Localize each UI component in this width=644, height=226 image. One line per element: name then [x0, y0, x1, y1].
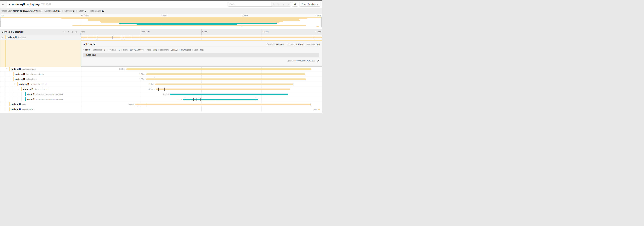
- axis-tick-label: 2.09ms: [262, 31, 268, 33]
- span-detail-title: sql query: [83, 43, 95, 46]
- span-duration-label: 1.6ms: [81, 82, 154, 87]
- span-row: ∨node sql1dist sender send1.56ms: [0, 87, 322, 92]
- span-bar[interactable]: [155, 84, 293, 85]
- copy-link-icon[interactable]: [317, 60, 320, 62]
- equals-sign: =: [198, 49, 200, 51]
- prev-result-icon[interactable]: ∧: [276, 2, 281, 7]
- expander-chevron-down-icon[interactable]: ∨: [6, 68, 8, 70]
- indent-guide: [5, 107, 5, 112]
- service-name: node 1: [28, 93, 34, 95]
- span-name-text: node 1/cockroach.roachpb.Internal/Batch: [28, 92, 64, 97]
- span-name-text: node sql1batch flow coordinator: [15, 72, 44, 77]
- span-bar[interactable]: [81, 37, 322, 38]
- operation-name: /cockroach.roachpb.Internal/Batch: [36, 98, 63, 100]
- span-name-cell[interactable]: node 1/cockroach.roachpb.Internal/Batch: [0, 92, 81, 97]
- tag-item[interactable]: node=sql1: [147, 49, 157, 51]
- clear-find-icon[interactable]: ✕: [286, 2, 291, 7]
- span-bar-cell[interactable]: 1.6ms: [81, 82, 322, 87]
- tag-key: _verbose: [108, 49, 116, 51]
- collapse-trace-chevron-icon[interactable]: [8, 3, 11, 6]
- equals-sign: =: [152, 49, 153, 51]
- service-name: node sql1: [7, 36, 17, 39]
- span-name-cell[interactable]: node sql1batch flow coordinator: [0, 72, 81, 77]
- service-color-bar: [13, 72, 14, 76]
- span-name-cell[interactable]: node sql1commit sql txn: [0, 107, 81, 112]
- span-bar[interactable]: [146, 73, 305, 75]
- span-name-cell[interactable]: node sql1flow: [0, 102, 81, 107]
- divider: [107, 49, 107, 51]
- expand-one-icon[interactable]: [68, 31, 70, 33]
- indent-guide: [1, 102, 1, 107]
- timeline-axis-header: 0μs697.75μs1.4ms2.09ms2.79ms: [81, 29, 322, 35]
- span-name-text: node sql1sql query: [7, 35, 26, 40]
- span-duration-label: 2.04ms: [81, 102, 134, 107]
- tag-item[interactable]: _unfinished=1: [92, 49, 105, 51]
- tag-value: 127.0.0.1:59936: [130, 49, 144, 51]
- span-bar[interactable]: [170, 94, 288, 95]
- indent-guide: [21, 97, 22, 102]
- span-bar[interactable]: [183, 99, 258, 100]
- span-bar-cell[interactable]: 1.37ms: [81, 92, 322, 97]
- summary-value-fraction: .326: [37, 10, 41, 12]
- tag-item[interactable]: user=root: [194, 49, 204, 51]
- trace-view-label: Trace Timeline: [302, 3, 316, 6]
- span-name-cell[interactable]: node 1/cockroach.roachpb.Internal/Batch: [0, 97, 81, 102]
- span-bar[interactable]: [146, 78, 306, 80]
- span-bar-cell[interactable]: 2.04ms: [81, 102, 322, 107]
- operation-name: flow: [22, 103, 26, 105]
- span-bar-cell[interactable]: 2.14ms: [81, 67, 322, 72]
- tag-item[interactable]: _verbose=1: [108, 49, 120, 51]
- span-bar-cell[interactable]: 1.56ms: [81, 87, 322, 92]
- service-name: node sql1: [11, 108, 21, 111]
- operation-name: sql query: [18, 36, 26, 38]
- back-arrow-icon: ←: [2, 3, 5, 6]
- log-tick: [98, 36, 98, 39]
- expander-chevron-down-icon[interactable]: ∨: [10, 78, 12, 80]
- span-duration-label: 1.37ms: [81, 92, 169, 97]
- span-name-cell[interactable]: ∨node sql1colbatchscan: [0, 77, 81, 82]
- operation-name: batch flow coordinator: [26, 73, 44, 75]
- span-bar[interactable]: [126, 68, 312, 70]
- summary-label: Depth: [78, 10, 84, 12]
- expander-chevron-down-icon[interactable]: ∨: [14, 83, 16, 85]
- span-bar-cell[interactable]: [81, 35, 322, 40]
- span-name-cell[interactable]: ∨node sql1dist sender send: [0, 87, 81, 92]
- collapse-all-icon[interactable]: [72, 31, 74, 33]
- span-name-cell[interactable]: ∨node sql1sql query: [0, 35, 81, 40]
- minimap-span-bar: [316, 26, 319, 27]
- expand-all-icon[interactable]: [76, 31, 78, 33]
- span-name-cell[interactable]: ∨node sql1txn coordinator send: [0, 82, 81, 87]
- span-name-cell[interactable]: ∨node sql1consuming rows: [0, 67, 81, 72]
- span-bar[interactable]: [156, 89, 290, 90]
- span-bar[interactable]: [318, 109, 320, 110]
- log-tick: [132, 36, 132, 39]
- column-resize-handle[interactable]: ║: [80, 33, 81, 35]
- log-tick: [314, 36, 314, 39]
- operation-name: txn coordinator send: [30, 83, 47, 85]
- span-bar-cell[interactable]: 1.84ms: [81, 72, 322, 77]
- summary-label: Trace Start: [2, 10, 12, 12]
- span-bar-cell[interactable]: 886μs: [81, 97, 322, 102]
- back-button[interactable]: ←: [0, 1, 6, 8]
- span-bar-cell[interactable]: 1.85ms: [81, 77, 322, 82]
- trace-view-selector[interactable]: Trace Timeline ∨: [299, 2, 320, 7]
- span-bar[interactable]: [135, 104, 310, 105]
- tags-row[interactable]: › Tags: _unfinished=1_verbose=1client=12…: [83, 49, 320, 51]
- tag-item[interactable]: client=127.0.0.1:59936: [123, 49, 144, 51]
- span-bar-cell[interactable]: 14μs: [81, 107, 322, 112]
- logs-row[interactable]: › Logs (18): [83, 53, 319, 57]
- collapse-one-icon[interactable]: [64, 31, 66, 33]
- trace-minimap[interactable]: [0, 17, 322, 27]
- expander-chevron-down-icon[interactable]: ∨: [2, 36, 3, 38]
- next-result-icon[interactable]: ∨: [281, 2, 286, 7]
- selected-span-bar[interactable]: [81, 40, 322, 41]
- expander-chevron-down-icon[interactable]: ∨: [18, 88, 20, 90]
- grid-line: [262, 97, 262, 102]
- keyboard-shortcuts-button[interactable]: ⌘: [292, 2, 298, 7]
- locate-icon[interactable]: ◎: [271, 2, 276, 7]
- tag-item[interactable]: statement=SELECT * FROM users: [160, 49, 191, 51]
- tags-label: Tags:: [85, 49, 90, 51]
- find-input[interactable]: [228, 2, 271, 7]
- detail-row-bar-right: [81, 40, 322, 41]
- summary-value: March 31 2022, 17:25:09: [13, 10, 37, 12]
